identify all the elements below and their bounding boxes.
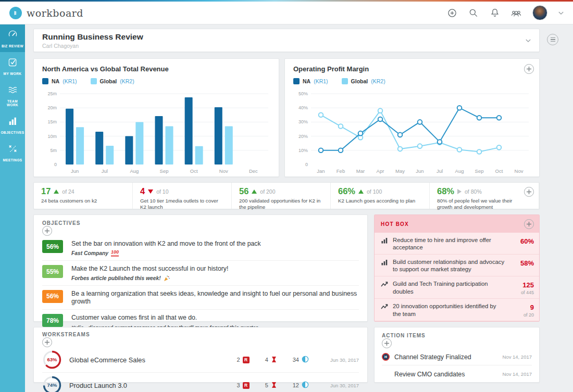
add-objective-button[interactable] bbox=[42, 226, 52, 236]
svg-text:10m: 10m bbox=[47, 134, 57, 139]
progress-badge: 55% bbox=[42, 265, 63, 278]
workstream-row[interactable]: 63% Global eCommerce Sales 2R 4 34 Jun 3… bbox=[42, 347, 359, 373]
in-progress-icon bbox=[302, 381, 309, 389]
party-popper-emoji bbox=[164, 275, 170, 282]
svg-text:15m: 15m bbox=[47, 119, 57, 124]
sidebar: BIZ REVIEW MY WORK TEAM WORK OBJECTIVES … bbox=[0, 24, 25, 392]
objectives-section: OBJECTIVES 56% Set the bar on innovation… bbox=[33, 214, 368, 322]
workstream-row[interactable]: 74% Product Launch 3.0 3R 5 12 Jun 30, 2… bbox=[42, 373, 359, 392]
page-title: Running Business Review bbox=[42, 32, 143, 42]
people-icon[interactable] bbox=[511, 8, 521, 18]
trend-up-icon bbox=[358, 189, 364, 194]
main-content: Running Business Review Carl Chagoyan No… bbox=[25, 24, 573, 392]
bar-chart-icon bbox=[7, 116, 18, 129]
svg-text:Aug: Aug bbox=[130, 168, 139, 174]
objective-row[interactable]: 56% Set the bar on innovation with K2 an… bbox=[42, 236, 359, 261]
action-item-row[interactable]: H Channel Strategy Finalized Nov 14, 201… bbox=[382, 348, 532, 365]
user-avatar[interactable] bbox=[532, 5, 547, 20]
hot-box-row[interactable]: Go to Market Strategy 38% bbox=[375, 321, 539, 322]
kpi-beta-customers[interactable]: 17of 24 24 beta customers on k2 bbox=[34, 183, 133, 209]
sidebar-item-team-work[interactable]: TEAM WORK bbox=[0, 80, 25, 111]
sidebar-item-objectives[interactable]: OBJECTIVES bbox=[0, 111, 25, 138]
svg-text:Aug: Aug bbox=[455, 168, 464, 174]
svg-text:63%: 63% bbox=[47, 357, 57, 362]
svg-text:5m: 5m bbox=[50, 148, 57, 153]
workboard-logo-icon bbox=[9, 7, 22, 19]
hot-box-heading: HOT BOX bbox=[381, 221, 409, 227]
review-title-card: Running Business Review Carl Chagoyan bbox=[33, 29, 540, 52]
objective-row[interactable]: 55% Make the K2 Launch the most successf… bbox=[42, 261, 359, 285]
profit-margin-line-chart: 010%20%30%40%50%JanFebMarAprMayJunJulAug… bbox=[293, 88, 532, 177]
na-swatch bbox=[42, 78, 48, 84]
bar-chart-icon bbox=[381, 259, 389, 268]
svg-text:May: May bbox=[395, 168, 405, 174]
sidebar-item-meetings[interactable]: MEETINGS bbox=[0, 138, 25, 166]
workstreams-section: WORKSTREAMS 63% Global eCommerce Sales 2… bbox=[33, 327, 368, 383]
hot-box-row[interactable]: 20 innovation opportunities identified b… bbox=[375, 299, 539, 321]
svg-text:Mar: Mar bbox=[356, 168, 365, 174]
hot-box-header: HOT BOX bbox=[375, 215, 539, 233]
add-kpi-button[interactable] bbox=[524, 187, 534, 197]
sidebar-item-biz-review[interactable]: BIZ REVIEW bbox=[0, 24, 25, 52]
overdue-hourglass-icon bbox=[271, 356, 277, 364]
svg-text:Sep: Sep bbox=[160, 168, 169, 174]
svg-text:0: 0 bbox=[305, 162, 308, 167]
revenue-bar-chart: 05m10m15m20m25mJunJulAugSepOctNovDec bbox=[42, 88, 271, 177]
progress-badge: 56% bbox=[42, 290, 63, 303]
svg-text:Apr: Apr bbox=[377, 168, 384, 174]
svg-text:Jul: Jul bbox=[437, 168, 443, 174]
chart-title: Operating Profit Margin bbox=[293, 65, 531, 73]
trend-line-icon bbox=[381, 303, 389, 312]
hot-box-row[interactable]: Guild and Tech Training participation do… bbox=[375, 276, 539, 299]
svg-text:10%: 10% bbox=[298, 148, 308, 153]
action-items-heading: ACTION ITEMS bbox=[382, 333, 532, 338]
collapse-chevron-down-icon[interactable] bbox=[526, 38, 531, 43]
svg-text:Sep: Sep bbox=[475, 168, 484, 174]
sidebar-item-my-work[interactable]: MY WORK bbox=[0, 52, 25, 80]
svg-text:20%: 20% bbox=[298, 134, 308, 139]
progress-ring: 63% bbox=[42, 350, 62, 370]
in-progress-icon bbox=[302, 356, 309, 364]
trend-steady-icon bbox=[457, 189, 462, 194]
add-hot-box-button[interactable] bbox=[524, 219, 534, 229]
workboard-logo[interactable]: workboard bbox=[9, 7, 83, 19]
kpi-validated-opportunities[interactable]: 56of 200 200 validated opportunities for… bbox=[232, 183, 331, 209]
add-action-item-button[interactable] bbox=[382, 338, 392, 348]
check-square-icon bbox=[7, 57, 18, 70]
overdue-hourglass-icon bbox=[271, 382, 277, 389]
svg-text:74%: 74% bbox=[47, 382, 57, 388]
kpi-media-outlets[interactable]: 4of 10 Get 10 tier 1media outlets to cov… bbox=[133, 183, 232, 209]
action-items-section: ACTION ITEMS H Channel Strategy Finalize… bbox=[374, 327, 540, 383]
hundred-points-emoji: 100 bbox=[111, 250, 119, 257]
action-item-row[interactable]: Review CMO candidates Nov 14, 2017 bbox=[382, 365, 532, 382]
progress-badge: 56% bbox=[42, 240, 63, 253]
revenue-chart-card: North America vs Global Total Revenue NA… bbox=[33, 58, 279, 177]
progress-badge: 78% bbox=[42, 314, 63, 327]
svg-text:Jun: Jun bbox=[71, 168, 79, 174]
hot-box-row[interactable]: Build customer relationships and advocac… bbox=[375, 255, 539, 276]
at-risk-icon: R bbox=[243, 357, 250, 363]
review-menu-icon[interactable] bbox=[547, 34, 558, 45]
chart-legend: NA(KR1) Global(KR2) bbox=[293, 77, 531, 85]
progress-ring: 74% bbox=[42, 375, 62, 392]
svg-text:40%: 40% bbox=[298, 105, 308, 110]
add-workstream-button[interactable] bbox=[42, 337, 52, 347]
hot-box-row[interactable]: Reduce time to hire and improve offer ac… bbox=[375, 233, 539, 255]
notifications-icon[interactable] bbox=[490, 8, 500, 18]
waves-icon bbox=[7, 84, 18, 97]
hot-box-section: HOT BOX Reduce time to hire and improve … bbox=[374, 214, 540, 322]
add-chart-button[interactable] bbox=[524, 64, 534, 74]
kpi-growth-development[interactable]: 68%of 80% 80% of people feel we value th… bbox=[430, 183, 539, 209]
chart-legend: NA(KR1) Global(KR2) bbox=[42, 77, 270, 85]
search-icon[interactable] bbox=[468, 8, 479, 18]
svg-text:30%: 30% bbox=[298, 119, 308, 124]
add-icon[interactable] bbox=[447, 8, 457, 18]
objectives-heading: OBJECTIVES bbox=[42, 220, 359, 226]
svg-text:Oct: Oct bbox=[495, 168, 503, 174]
objective-row[interactable]: 56% Be a learning organization that seek… bbox=[42, 286, 359, 310]
svg-text:25m: 25m bbox=[47, 91, 57, 96]
kpi-k2-launch-plan[interactable]: 66%of 100 K2 Launch goes according to pl… bbox=[331, 183, 430, 209]
logo-text: workboard bbox=[27, 7, 83, 19]
account-chevron-down-icon[interactable] bbox=[558, 10, 564, 16]
svg-text:50%: 50% bbox=[298, 91, 308, 96]
